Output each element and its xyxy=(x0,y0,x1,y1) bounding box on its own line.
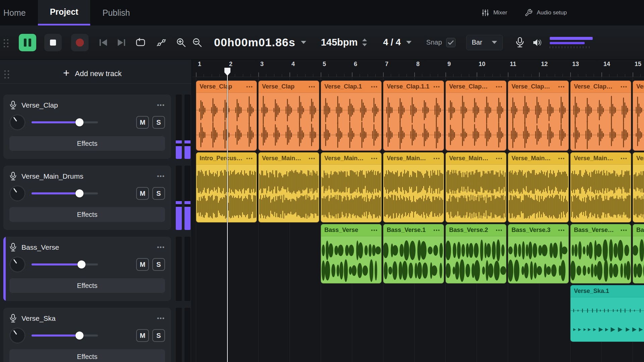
clip[interactable]: Bass_Verse.3••• xyxy=(508,224,569,284)
clip[interactable]: Bass_Verse…••• xyxy=(570,224,631,284)
slider-handle[interactable] xyxy=(75,189,84,197)
clip-menu-button[interactable]: ••• xyxy=(558,228,565,233)
volume-slider[interactable] xyxy=(32,121,98,123)
clip[interactable]: Intro_Percus…••• xyxy=(196,152,257,223)
slider-handle[interactable] xyxy=(75,118,84,126)
snap-checkbox[interactable] xyxy=(446,38,455,47)
drag-handle-icon[interactable] xyxy=(3,68,9,79)
audio-setup-button[interactable]: Audio setup xyxy=(525,9,567,17)
clip-menu-button[interactable]: ••• xyxy=(621,84,628,89)
pause-button[interactable] xyxy=(19,34,36,51)
clip[interactable]: Bass_Verse.1••• xyxy=(383,224,444,284)
clip[interactable]: Verse_Ska.1••• xyxy=(570,285,644,342)
automation-button[interactable] xyxy=(156,38,167,48)
clip-menu-button[interactable]: ••• xyxy=(433,156,440,161)
clip[interactable]: Verse_Main…••• xyxy=(258,152,319,223)
track-menu-button[interactable]: ••• xyxy=(157,173,165,180)
clip-menu-button[interactable]: ••• xyxy=(371,228,378,233)
solo-button[interactable]: S xyxy=(152,258,165,271)
clip-menu-button[interactable]: ••• xyxy=(496,156,503,161)
pan-knob[interactable] xyxy=(9,327,25,344)
drag-handle-icon[interactable] xyxy=(2,37,9,48)
stepper-down-icon[interactable] xyxy=(362,44,367,46)
input-mic-button[interactable] xyxy=(516,37,524,48)
pan-knob[interactable] xyxy=(9,185,25,201)
tab-home[interactable]: Home xyxy=(0,0,38,25)
time-signature-control[interactable]: 4 / 4 xyxy=(383,37,412,48)
clip[interactable]: Verse_Clap…••• xyxy=(445,80,506,151)
clip-menu-button[interactable]: ••• xyxy=(309,156,316,161)
record-button[interactable] xyxy=(71,34,89,51)
slider-handle[interactable] xyxy=(77,260,86,268)
clip[interactable]: Bass_…••• xyxy=(633,224,644,284)
clip-menu-button[interactable]: ••• xyxy=(246,84,253,89)
clip[interactable]: Verse_…••• xyxy=(633,152,644,223)
grid-unit-select[interactable]: Bar xyxy=(466,35,503,50)
solo-button[interactable]: S xyxy=(152,187,165,200)
master-volume-slider[interactable] xyxy=(550,37,593,48)
stop-button[interactable] xyxy=(44,34,62,51)
volume-slider[interactable] xyxy=(32,263,98,265)
next-button[interactable] xyxy=(116,38,126,47)
clip[interactable]: Verse_Main…••• xyxy=(508,152,569,223)
mixer-button[interactable]: Mixer xyxy=(481,9,507,17)
stepper-up-icon[interactable] xyxy=(362,39,367,41)
previous-button[interactable] xyxy=(99,38,109,47)
clip[interactable]: Verse_Clap••• xyxy=(196,80,257,151)
mute-button[interactable]: M xyxy=(136,116,149,129)
clip-menu-button[interactable]: ••• xyxy=(558,84,565,89)
volume-slider[interactable] xyxy=(32,192,98,194)
clip-menu-button[interactable]: ••• xyxy=(371,156,378,161)
solo-button[interactable]: S xyxy=(152,329,165,342)
add-new-track-button[interactable]: + Add new track xyxy=(63,68,122,79)
slider-handle[interactable] xyxy=(75,331,84,340)
clip[interactable]: Verse_Main…••• xyxy=(445,152,506,223)
tab-publish[interactable]: Publish xyxy=(90,0,142,25)
track-menu-button[interactable]: ••• xyxy=(157,315,165,322)
clip[interactable]: Verse_Clap…••• xyxy=(508,80,569,151)
pan-knob[interactable] xyxy=(9,256,25,273)
track-card-Verse_Main_Drums[interactable]: Verse_Main_Drums•••MSEffects xyxy=(3,166,171,230)
clip[interactable]: Verse_Clap.1••• xyxy=(321,80,382,151)
clip[interactable]: Bass_Verse.2••• xyxy=(445,224,506,284)
bpm-control[interactable]: 145bpm xyxy=(321,37,367,48)
tab-project[interactable]: Project xyxy=(38,0,91,25)
zoom-out-button[interactable] xyxy=(192,37,203,48)
track-menu-button[interactable]: ••• xyxy=(157,102,165,109)
clip[interactable]: Verse_Clap.1.1••• xyxy=(383,80,444,151)
mute-button[interactable]: M xyxy=(136,258,149,271)
effects-button[interactable]: Effects xyxy=(9,207,165,222)
clip-menu-button[interactable]: ••• xyxy=(433,228,440,233)
clip-menu-button[interactable]: ••• xyxy=(621,156,628,161)
time-display[interactable]: 00h00m01.86s xyxy=(214,36,306,49)
clip-menu-button[interactable]: ••• xyxy=(621,228,628,233)
output-volume-button[interactable] xyxy=(532,38,542,47)
clip[interactable]: Verse_Main…••• xyxy=(321,152,382,223)
clip-menu-button[interactable]: ••• xyxy=(496,84,503,89)
volume-slider[interactable] xyxy=(32,335,98,337)
clip-menu-button[interactable]: ••• xyxy=(309,84,316,89)
clip-menu-button[interactable]: ••• xyxy=(371,84,378,89)
mute-button[interactable]: M xyxy=(136,329,149,342)
track-menu-button[interactable]: ••• xyxy=(157,244,165,251)
volume-bar[interactable] xyxy=(550,37,593,40)
volume-bar[interactable] xyxy=(550,42,585,44)
solo-button[interactable]: S xyxy=(152,116,165,129)
track-card-Verse_Ska[interactable]: Verse_Ska•••MSEffects xyxy=(3,308,171,362)
mute-button[interactable]: M xyxy=(136,187,149,200)
track-card-Verse_Clap[interactable]: Verse_Clap•••MSEffects xyxy=(3,95,171,159)
clip[interactable]: Bass_Verse••• xyxy=(321,224,382,284)
clip[interactable]: Verse_Main…••• xyxy=(570,152,631,223)
timeline[interactable]: 123456789101112131415 Verse_Clap•••Verse… xyxy=(192,60,644,362)
clip-menu-button[interactable]: ••• xyxy=(558,156,565,161)
clip-menu-button[interactable]: ••• xyxy=(246,156,253,161)
clip-menu-button[interactable]: ••• xyxy=(496,228,503,233)
clip[interactable]: Verse_Clap…••• xyxy=(570,80,631,151)
effects-button[interactable]: Effects xyxy=(9,136,165,151)
clip[interactable]: Verse_Clap••• xyxy=(258,80,319,151)
pan-knob[interactable] xyxy=(9,114,25,130)
loop-button[interactable] xyxy=(135,38,146,48)
effects-button[interactable]: Effects xyxy=(9,349,165,362)
clip[interactable]: Verse_Cla…••• xyxy=(633,80,644,151)
bpm-stepper[interactable] xyxy=(362,39,367,46)
